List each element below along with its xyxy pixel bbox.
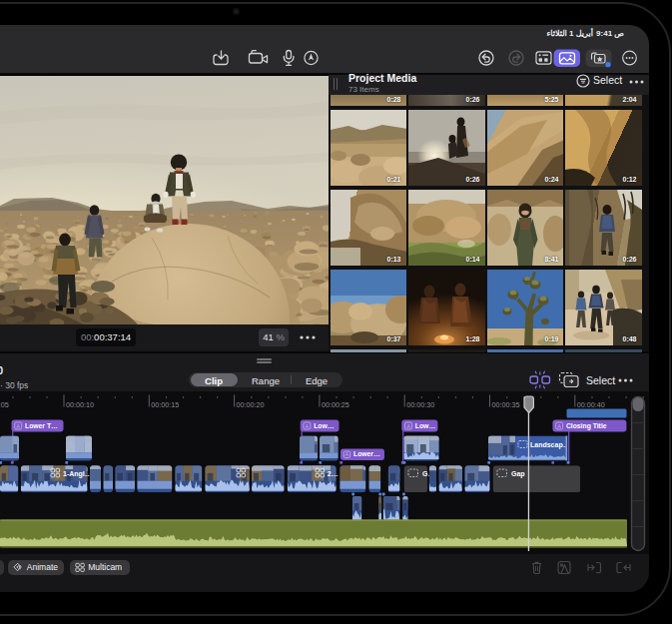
svg-text:2…: 2… xyxy=(328,470,338,477)
svg-text:00:00:10: 00:00:10 xyxy=(66,400,94,409)
svg-text:A: A xyxy=(306,423,310,429)
svg-text:00:00:20: 00:00:20 xyxy=(237,400,265,409)
svg-text:Low…: Low… xyxy=(314,422,335,429)
svg-text:Low…: Low… xyxy=(415,422,436,429)
svg-text:1-Angl…: 1-Angl… xyxy=(63,470,92,478)
svg-text:00:00:25: 00:00:25 xyxy=(322,400,349,409)
svg-text:00:00:40: 00:00:40 xyxy=(577,400,605,409)
svg-text:A: A xyxy=(406,423,410,429)
svg-text:Landscap…: Landscap… xyxy=(530,441,570,449)
svg-text:Lower…: Lower… xyxy=(353,450,380,457)
svg-text:A: A xyxy=(557,423,561,429)
svg-text:00:00:15: 00:00:15 xyxy=(151,400,179,409)
svg-text:A: A xyxy=(16,423,20,429)
svg-text:Closing Title: Closing Title xyxy=(566,422,607,430)
svg-text:Gap: Gap xyxy=(511,470,525,478)
svg-text:00:00:05: 00:00:05 xyxy=(0,400,9,409)
svg-text:Lower T…: Lower T… xyxy=(25,422,58,429)
svg-text:A: A xyxy=(345,451,349,457)
svg-text:00:00:30: 00:00:30 xyxy=(406,400,434,409)
svg-text:00:00:35: 00:00:35 xyxy=(492,400,520,409)
